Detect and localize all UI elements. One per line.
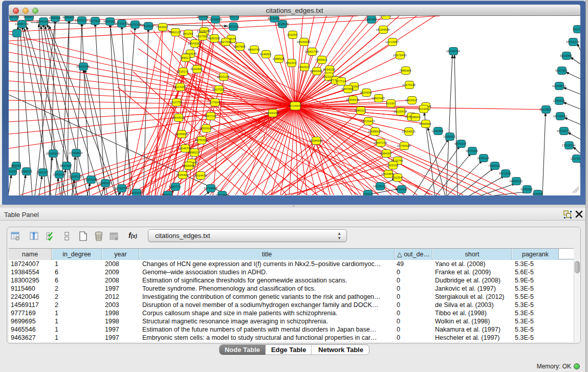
svg-text:16210643: 16210643 [553,115,567,118]
svg-text:4498222: 4498222 [188,151,200,154]
svg-text:10973493: 10973493 [393,54,407,57]
svg-text:2803144: 2803144 [217,75,229,78]
svg-text:12213369: 12213369 [173,85,187,89]
svg-text:924565: 924565 [532,192,543,195]
svg-text:10653267: 10653267 [75,19,89,22]
svg-text:8186328: 8186328 [208,37,220,40]
svg-text:9242848: 9242848 [190,68,203,71]
svg-text:2935114: 2935114 [477,157,490,160]
svg-text:9329966: 9329966 [560,54,572,57]
svg-text:2967608: 2967608 [233,45,246,48]
svg-text:1167533: 1167533 [571,157,580,160]
svg-text:9474444: 9474444 [466,149,478,152]
svg-text:111216: 111216 [572,28,580,31]
svg-text:62160: 62160 [386,102,395,105]
svg-text:14055724: 14055724 [15,23,29,26]
svg-text:733426: 733426 [362,192,373,195]
svg-text:1938923: 1938923 [443,135,455,138]
svg-text:1615192: 1615192 [386,164,399,167]
svg-text:1244415: 1244415 [553,99,565,102]
svg-text:9084067: 9084067 [380,152,392,155]
svg-text:8960123: 8960123 [169,31,181,34]
svg-text:217004: 217004 [209,101,220,104]
svg-text:2718176: 2718176 [177,70,189,73]
svg-text:3824554: 3824554 [360,91,372,94]
svg-text:9463627: 9463627 [405,99,418,102]
svg-text:8471636: 8471636 [499,172,511,175]
svg-text:8427552: 8427552 [212,88,225,91]
svg-text:985071: 985071 [162,193,173,196]
svg-text:1640954: 1640954 [431,129,444,133]
svg-text:9857771: 9857771 [169,185,181,188]
svg-text:10719155: 10719155 [115,22,128,25]
svg-text:7515526: 7515526 [142,25,154,28]
svg-text:1292724: 1292724 [9,16,19,18]
svg-text:8813054: 8813054 [268,17,280,20]
svg-text:10543382: 10543382 [188,42,202,45]
svg-text:0899695: 0899695 [419,122,431,125]
svg-text:1145194: 1145194 [53,173,66,176]
svg-text:9897587: 9897587 [60,164,72,167]
svg-text:311340: 311340 [418,107,428,111]
svg-text:12505135: 12505135 [69,175,82,178]
svg-text:7955812: 7955812 [315,58,328,61]
svg-text:18724007: 18724007 [288,104,302,107]
svg-text:14136141: 14136141 [373,185,387,188]
svg-text:10025438: 10025438 [394,110,407,113]
svg-text:768844: 768844 [410,116,421,119]
svg-text:1588520: 1588520 [272,57,285,60]
svg-text:1156829: 1156829 [20,170,33,173]
svg-text:6794028: 6794028 [323,68,335,71]
svg-text:1733426: 1733426 [395,188,407,191]
svg-text:17016504: 17016504 [562,144,576,147]
svg-text:6479197: 6479197 [454,142,467,145]
svg-text:7632621: 7632621 [488,164,500,167]
svg-text:7986322: 7986322 [354,109,366,112]
svg-text:1065326: 1065326 [49,16,61,19]
svg-text:16154808: 16154808 [376,28,390,31]
svg-text:9327506: 9327506 [196,35,208,38]
svg-text:882203: 882203 [286,61,297,64]
svg-text:12213967: 12213967 [385,40,399,43]
svg-text:20053346: 20053346 [76,65,90,68]
svg-text:8215953: 8215953 [539,108,552,111]
svg-text:16033809: 16033809 [208,18,222,21]
svg-text:8267130: 8267130 [204,115,216,118]
svg-text:19654923: 19654923 [402,130,416,133]
svg-text:11353594: 11353594 [199,127,213,130]
svg-text:2942757: 2942757 [36,171,49,174]
svg-text:16914479: 16914479 [193,174,207,177]
svg-text:16961758: 16961758 [305,50,319,53]
svg-text:1603380: 1603380 [197,16,209,18]
svg-text:8990448: 8990448 [310,70,322,73]
svg-text:1010755: 1010755 [170,101,182,104]
svg-text:10756928: 10756928 [397,144,411,147]
svg-text:9227342: 9227342 [555,69,568,72]
svg-text:2687682: 2687682 [365,18,377,21]
svg-text:985081: 985081 [11,164,21,167]
svg-text:12093872: 12093872 [552,84,566,87]
svg-text:391295: 391295 [183,32,193,35]
svg-text:9327508: 9327508 [219,40,231,43]
svg-text:1615480: 1615480 [379,16,391,17]
svg-text:9146821: 9146821 [259,53,272,56]
svg-text:17957225: 17957225 [84,178,98,181]
svg-text:10958107: 10958107 [98,182,112,185]
svg-text:391159: 391159 [9,170,17,173]
svg-text:735722: 735722 [229,16,239,18]
svg-text:19654923: 19654923 [171,116,185,119]
svg-text:15692971: 15692971 [557,129,571,133]
svg-text:7357224: 7357224 [227,25,239,28]
svg-text:15524851: 15524851 [381,172,395,176]
svg-text:9285403: 9285403 [62,16,75,19]
svg-text:19384554: 19384554 [309,139,323,142]
svg-text:1971848: 1971848 [215,193,228,196]
svg-text:20364436: 20364436 [346,98,360,101]
svg-text:1362615: 1362615 [298,65,310,69]
svg-text:10807487: 10807487 [372,97,385,100]
svg-text:133254: 133254 [287,33,298,36]
svg-text:989017: 989017 [180,56,191,59]
svg-text:12975115: 12975115 [402,83,416,86]
svg-text:18807249: 18807249 [374,141,387,144]
svg-text:9245652: 9245652 [520,188,533,191]
